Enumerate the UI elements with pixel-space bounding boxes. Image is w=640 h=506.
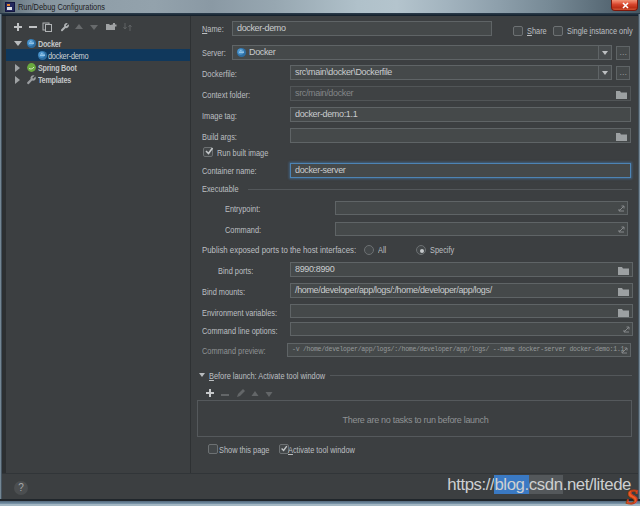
svg-text:S: S bbox=[626, 486, 638, 506]
